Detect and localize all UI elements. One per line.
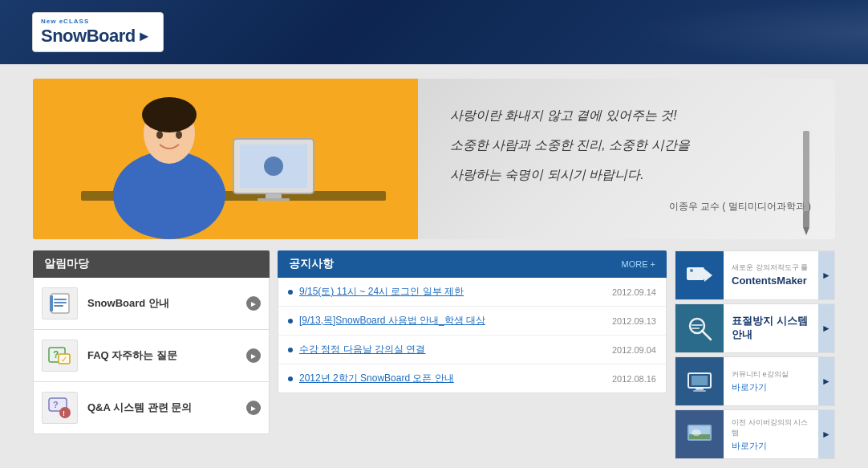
right-item-contentsmaker[interactable]: 새로운 강의저작도구 를 ContentsMaker ►: [675, 250, 835, 300]
right-main-contentsmaker: ContentsMaker: [732, 275, 812, 288]
menu-faq-label: FAQ 자주하는 질문: [87, 348, 246, 363]
logo-new-eclass-label: New eCLASS: [41, 18, 89, 25]
svg-rect-20: [54, 299, 67, 300]
left-panel-title: 알림마당: [33, 250, 270, 278]
svg-rect-23: [50, 295, 53, 311]
right-sub-cyber: 바로가기: [732, 440, 812, 452]
svg-point-12: [142, 97, 197, 132]
notice-text-0[interactable]: 9/15(토) 11시 ~ 24시 로그인 일부 제한: [299, 285, 604, 299]
logo-text: SnowBoard: [41, 26, 136, 47]
notice-item-1[interactable]: [9/13,목]SnowBoard 사용법 안내_학생 대상 2012.09.1…: [278, 307, 666, 336]
video-icon: [675, 251, 724, 299]
right-arrow-plagiarism: ►: [818, 304, 834, 352]
svg-text:?: ?: [53, 349, 59, 360]
right-item-cyber[interactable]: 이전 사이버강의의 시스템 바로가기 ►: [675, 409, 835, 459]
svg-point-13: [156, 131, 163, 139]
svg-point-30: [59, 407, 71, 418]
menu-qa-label: Q&A 시스템 관련 문의: [87, 401, 246, 415]
notice-text-2[interactable]: 수강 정정 다음날 강의실 연결: [299, 343, 604, 356]
right-panel: 새로운 강의저작도구 를 ContentsMaker ► 표절방지 시스템 안내…: [675, 250, 835, 459]
notice-list: 9/15(토) 11시 ~ 24시 로그인 일부 제한 2012.09.14 […: [278, 278, 667, 393]
right-text-contentsmaker: 새로운 강의저작도구 를 ContentsMaker: [724, 256, 818, 295]
main-content: 알림마당 SnowBoard 안내 ► ?: [33, 250, 835, 468]
logo-arrow-icon: ►: [137, 28, 152, 45]
banner-person: [33, 79, 418, 239]
left-panel: 알림마당 SnowBoard 안내 ► ?: [33, 250, 270, 459]
right-arrow-contentsmaker: ►: [818, 251, 834, 299]
notice-item-0[interactable]: 9/15(토) 11시 ~ 24시 로그인 일부 제한 2012.09.14: [278, 278, 666, 307]
svg-rect-21: [54, 302, 67, 303]
right-top-community: 커뮤니티 e강의실: [732, 369, 812, 380]
right-arrow-community: ►: [818, 357, 834, 405]
banner-quote-line1: 사랑이란 화내지 않고 곁에 있어주는 것!: [450, 104, 811, 128]
svg-text:!: !: [63, 409, 65, 417]
menu-item-faq[interactable]: ? ✓ FAQ 자주하는 질문 ►: [33, 330, 270, 382]
notice-more-button[interactable]: MORE +: [622, 259, 655, 269]
right-text-plagiarism: 표절방지 시스템 안내: [724, 308, 818, 348]
notice-item-3[interactable]: 2012년 2학기 SnowBoard 오픈 안내 2012.08.16: [278, 364, 666, 393]
notice-date-0: 2012.09.14: [612, 287, 656, 297]
svg-text:?: ?: [53, 400, 59, 409]
notice-date-2: 2012.09.04: [612, 345, 656, 355]
right-top-cyber: 이전 사이버강의의 시스템: [732, 417, 812, 438]
menu-snowboard-arrow: ►: [246, 296, 261, 311]
notice-dot: [288, 290, 293, 295]
svg-point-14: [176, 131, 182, 139]
menu-qa-arrow: ►: [246, 401, 261, 415]
notice-text-3[interactable]: 2012년 2학기 SnowBoard 오픈 안내: [299, 372, 604, 385]
monitor-icon: [675, 357, 724, 405]
notice-header: 공지사항 MORE +: [278, 250, 667, 278]
notice-text-1[interactable]: [9/13,목]SnowBoard 사용법 안내_학생 대상: [299, 314, 604, 328]
svg-rect-32: [687, 267, 704, 280]
svg-rect-0: [33, 79, 418, 239]
middle-panel: 공지사항 MORE + 9/15(토) 11시 ~ 24시 로그인 일부 제한 …: [278, 250, 667, 459]
banner-author: 이종우 교수 ( 멀티미디어과학과 ): [450, 200, 811, 214]
svg-rect-9: [258, 198, 290, 201]
banner: 사랑이란 화내지 않고 곁에 있어주는 것! 소중한 사람과 소중한 진리, 소…: [33, 79, 835, 239]
right-sub-community: 바로가기: [732, 381, 812, 393]
right-item-plagiarism[interactable]: 표절방지 시스템 안내 ►: [675, 303, 835, 353]
search-icon: [675, 304, 724, 352]
notice-item-2[interactable]: 수강 정정 다음날 강의실 연결 2012.09.04: [278, 336, 666, 364]
banner-right: 사랑이란 화내지 않고 곁에 있어주는 것! 소중한 사람과 소중한 진리, 소…: [418, 79, 835, 239]
menu-item-qa[interactable]: ? ! Q&A 시스템 관련 문의 ►: [33, 382, 270, 434]
globe-icon: [675, 410, 724, 458]
svg-rect-40: [692, 376, 708, 385]
notice-title: 공지사항: [289, 257, 334, 271]
notice-dot: [288, 319, 293, 324]
svg-rect-15: [113, 183, 225, 199]
notice-dot: [288, 348, 293, 352]
svg-point-46: [692, 429, 701, 436]
faq-icon: ? ✓: [42, 340, 78, 372]
doc-icon: [42, 287, 78, 319]
right-top-contentsmaker: 새로운 강의저작도구 를: [732, 262, 812, 273]
banner-left: [33, 79, 418, 239]
svg-marker-18: [803, 227, 809, 235]
svg-rect-41: [696, 388, 704, 390]
notice-date-1: 2012.09.13: [612, 316, 656, 326]
pen-decoration: [787, 131, 827, 235]
qa-icon: ? !: [42, 392, 78, 424]
menu-faq-arrow: ►: [246, 348, 261, 363]
right-arrow-cyber: ►: [818, 410, 834, 458]
banner-illustration: [33, 79, 418, 239]
svg-marker-33: [704, 269, 712, 282]
notice-date-3: 2012.08.16: [612, 374, 656, 384]
svg-rect-38: [692, 328, 700, 329]
logo-box[interactable]: New eCLASS SnowBoard ►: [32, 12, 164, 52]
right-main-plagiarism: 표절방지 시스템 안내: [732, 315, 812, 342]
svg-text:✓: ✓: [61, 355, 67, 364]
right-item-community[interactable]: 커뮤니티 e강의실 바로가기 ►: [675, 356, 835, 406]
header: New eCLASS SnowBoard ►: [0, 0, 868, 64]
svg-point-7: [264, 157, 283, 176]
notice-dot: [288, 376, 293, 381]
svg-rect-42: [693, 390, 706, 392]
svg-point-34: [690, 269, 693, 272]
menu-item-snowboard[interactable]: SnowBoard 안내 ►: [33, 278, 270, 330]
right-text-cyber: 이전 사이버강의의 시스템 바로가기: [724, 411, 818, 458]
svg-rect-17: [803, 211, 809, 227]
svg-line-36: [702, 331, 711, 340]
banner-quote-line2: 소중한 사람과 소중한 진리, 소중한 시간을: [450, 134, 811, 157]
menu-snowboard-label: SnowBoard 안내: [87, 296, 246, 311]
svg-rect-22: [54, 305, 63, 307]
